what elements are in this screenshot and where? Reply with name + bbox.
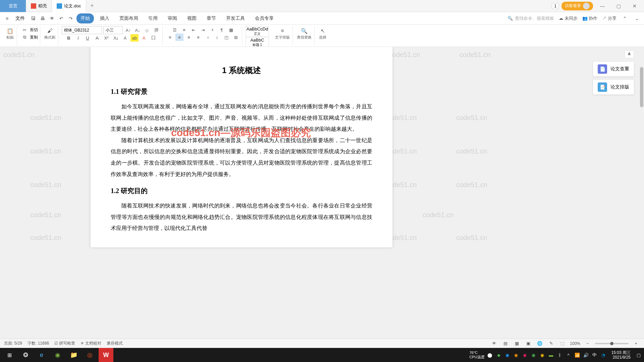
shrink-font[interactable]: A↓ bbox=[133, 26, 142, 34]
task-explorer[interactable]: 📁 bbox=[66, 348, 81, 362]
eye-icon[interactable]: 👁 bbox=[490, 340, 498, 347]
redo-icon[interactable]: ↷ bbox=[67, 15, 74, 22]
shading[interactable]: ◫ bbox=[222, 34, 230, 41]
line-spacing[interactable]: ↕ bbox=[213, 34, 221, 41]
text-effects[interactable]: A bbox=[121, 34, 129, 42]
tray-icon[interactable]: ◉ bbox=[522, 352, 528, 358]
tray-icon[interactable]: ◉ bbox=[539, 352, 546, 358]
tab-home[interactable]: 首页 bbox=[0, 0, 26, 12]
cut-button[interactable]: ✂ bbox=[20, 26, 29, 34]
print-icon[interactable]: 🖶 bbox=[39, 15, 46, 22]
menu-dev[interactable]: 开发工具 bbox=[222, 13, 249, 23]
zoom-slider[interactable] bbox=[595, 343, 629, 344]
paste-button[interactable]: 📋粘贴 bbox=[5, 26, 15, 41]
format-painter[interactable]: 🖌格式刷 bbox=[44, 26, 56, 41]
tabs-btn[interactable]: ¶ bbox=[218, 26, 226, 34]
chevron-down-icon[interactable]: ⌄ bbox=[633, 15, 641, 22]
tray-icon[interactable]: ◉ bbox=[513, 352, 520, 358]
command-search[interactable]: 🔍查找命令、搜索模板 bbox=[507, 15, 554, 21]
copy-button[interactable]: ⧉ bbox=[20, 34, 29, 41]
view-web[interactable]: 🌐 bbox=[536, 340, 544, 347]
align-right[interactable]: ≡ bbox=[185, 34, 193, 41]
style-body[interactable]: AaBbCcDd正文 bbox=[246, 26, 269, 37]
view-outline[interactable]: ▦ bbox=[513, 340, 521, 347]
zoom-out[interactable]: − bbox=[584, 340, 592, 347]
find-replace-button[interactable]: 🔍查找替换 bbox=[296, 26, 312, 41]
task-ie[interactable]: e bbox=[34, 348, 49, 362]
underline-button[interactable]: U bbox=[84, 34, 92, 42]
task-wps[interactable]: W bbox=[99, 348, 113, 362]
tray-icon[interactable]: ▬ bbox=[548, 352, 554, 358]
menu-layout[interactable]: 页面布局 bbox=[115, 13, 142, 23]
style-h1[interactable]: AaBbC标题 1 bbox=[246, 37, 269, 48]
scrollbar[interactable] bbox=[639, 47, 644, 339]
italic-button[interactable]: I bbox=[74, 34, 82, 42]
phonetic[interactable]: 拼 bbox=[152, 26, 160, 34]
scroll-thumb[interactable] bbox=[640, 67, 643, 107]
hamburger-icon[interactable]: ≡ bbox=[3, 15, 11, 22]
file-menu[interactable]: 文件 bbox=[13, 14, 28, 23]
select-button[interactable]: ↖选择 bbox=[318, 26, 327, 41]
minimize-button[interactable]: — bbox=[596, 0, 609, 12]
preview-icon[interactable]: 👁 bbox=[48, 15, 56, 22]
tray-up-icon[interactable]: ^ bbox=[565, 352, 572, 358]
tray-icon[interactable]: ◆ bbox=[495, 352, 502, 358]
highlight-button[interactable]: ab bbox=[130, 34, 139, 42]
maximize-button[interactable]: ▢ bbox=[612, 0, 625, 12]
indent-inc[interactable]: ⇥ bbox=[199, 26, 207, 34]
menu-member[interactable]: 会员专享 bbox=[251, 13, 278, 23]
bold-button[interactable]: B bbox=[65, 34, 73, 42]
bullets[interactable]: ☰ bbox=[171, 26, 179, 34]
fit-width[interactable]: ⬚ bbox=[558, 340, 567, 347]
superscript[interactable]: X² bbox=[102, 34, 110, 42]
tab-docell[interactable]: 稻壳 bbox=[26, 0, 52, 12]
share-button[interactable]: ↗ 分享 bbox=[602, 15, 616, 21]
subscript[interactable]: X₂ bbox=[112, 34, 120, 42]
align-justify[interactable]: ≡ bbox=[194, 34, 202, 41]
menu-view[interactable]: 视图 bbox=[183, 13, 201, 23]
undo-icon[interactable]: ↶ bbox=[58, 15, 65, 22]
page-indicator[interactable]: 页面: 5/29 bbox=[4, 341, 22, 346]
chevron-up-icon[interactable]: ⌃ bbox=[621, 15, 629, 22]
spell-check[interactable]: ☑ 拼写检查 bbox=[54, 341, 75, 346]
menu-chapter[interactable]: 章节 bbox=[203, 13, 220, 23]
menu-insert[interactable]: 插入 bbox=[96, 13, 113, 23]
view-print[interactable]: ▤ bbox=[501, 340, 509, 347]
wifi-icon[interactable]: 📶 bbox=[574, 352, 581, 358]
zoom-in[interactable]: + bbox=[632, 340, 640, 347]
align-center[interactable]: ≡ bbox=[175, 34, 183, 41]
coop-button[interactable]: 👥 协作 bbox=[582, 15, 598, 21]
size-select[interactable] bbox=[103, 26, 123, 34]
task-app1[interactable]: ❂ bbox=[18, 348, 33, 362]
tray-icon[interactable]: ⬤ bbox=[487, 352, 493, 358]
menu-review[interactable]: 审阅 bbox=[164, 13, 181, 23]
ime-indicator[interactable]: 中 bbox=[591, 352, 598, 358]
new-tab-button[interactable]: + bbox=[86, 2, 98, 9]
menu-start[interactable]: 开始 bbox=[76, 13, 94, 23]
paper-check-button[interactable]: 📄论文查重 bbox=[593, 62, 634, 76]
strike-button[interactable]: A̶ bbox=[93, 34, 101, 42]
char-border[interactable]: 囗 bbox=[149, 34, 157, 42]
font-color[interactable]: A bbox=[140, 34, 148, 42]
tray-icon[interactable]: ◔ bbox=[600, 352, 607, 358]
doc-proof[interactable]: ✕ 文档校对 bbox=[80, 341, 101, 346]
bluetooth-icon[interactable]: ᛒ bbox=[556, 352, 563, 358]
indent-dec[interactable]: ⇤ bbox=[190, 26, 198, 34]
grow-font[interactable]: A↑ bbox=[124, 26, 132, 34]
volume-icon[interactable]: 🔊 bbox=[583, 352, 589, 358]
task-browser[interactable]: ◉ bbox=[50, 348, 65, 362]
align-left[interactable]: ≡ bbox=[166, 34, 174, 41]
collapse-button[interactable]: ≙ bbox=[625, 50, 634, 58]
distribute[interactable]: ⫞ bbox=[204, 34, 212, 41]
paper-layout-button[interactable]: 📑论文排版 bbox=[593, 80, 634, 95]
sync-status[interactable]: ☁ 未同步 bbox=[559, 15, 578, 21]
word-count[interactable]: 字数: 11686 bbox=[28, 341, 49, 346]
view-read[interactable]: ▣ bbox=[524, 340, 532, 347]
tray-icon[interactable]: ◉ bbox=[504, 352, 511, 358]
font-select[interactable] bbox=[62, 26, 102, 34]
clear-format[interactable]: ◇ bbox=[143, 26, 151, 34]
task-app2[interactable]: ◎ bbox=[83, 348, 97, 362]
tray-icon[interactable]: ◉ bbox=[530, 352, 537, 358]
borders2[interactable]: ⊞ bbox=[232, 34, 240, 41]
tab-document[interactable]: 论文.doc bbox=[52, 0, 86, 12]
